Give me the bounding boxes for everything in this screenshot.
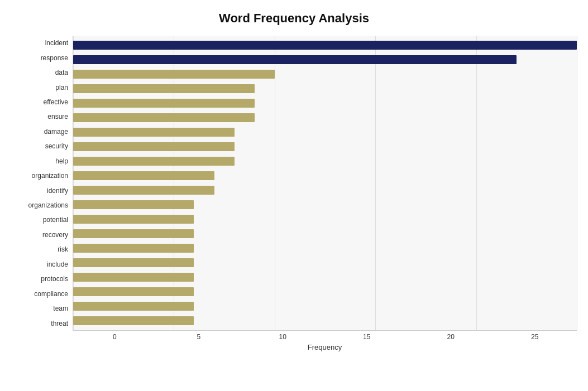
bar-row bbox=[73, 52, 577, 67]
bar-include bbox=[73, 258, 194, 267]
y-label-organization: organization bbox=[32, 172, 68, 179]
bar-protocols bbox=[73, 273, 194, 281]
bar-row bbox=[73, 67, 577, 81]
bar-row bbox=[73, 212, 577, 226]
chart-container: Word Frequency Analysis incidentresponse… bbox=[0, 0, 588, 391]
bar-compliance bbox=[73, 287, 194, 296]
bar-identify bbox=[73, 186, 214, 194]
chart-plot: incidentresponsedataplaneffectiveensured… bbox=[11, 36, 577, 331]
bar-risk bbox=[73, 244, 194, 252]
bar-team bbox=[73, 302, 194, 310]
bar-row bbox=[73, 96, 577, 110]
y-label-protocols: protocols bbox=[41, 276, 68, 282]
bar-row bbox=[73, 284, 577, 299]
y-label-data: data bbox=[55, 69, 68, 76]
bar-row bbox=[73, 168, 577, 183]
x-axis-labels: 0510152025 bbox=[73, 331, 577, 341]
bar-effective bbox=[73, 99, 255, 107]
y-label-risk: risk bbox=[58, 246, 68, 253]
bar-organizations bbox=[73, 200, 194, 209]
bar-row bbox=[73, 313, 577, 328]
x-tick-25: 25 bbox=[493, 333, 577, 341]
bar-row bbox=[73, 38, 577, 52]
bar-row bbox=[73, 197, 577, 212]
x-tick-20: 20 bbox=[409, 333, 493, 341]
y-label-security: security bbox=[45, 143, 68, 149]
bar-threat bbox=[73, 316, 194, 325]
x-axis-title: Frequency bbox=[73, 343, 577, 351]
bar-incident bbox=[73, 41, 577, 49]
y-label-help: help bbox=[55, 158, 68, 165]
bar-row bbox=[73, 299, 577, 313]
bar-row bbox=[73, 139, 577, 154]
x-tick-5: 5 bbox=[157, 333, 241, 341]
bar-row bbox=[73, 241, 577, 255]
y-label-team: team bbox=[53, 305, 68, 312]
chart-area: incidentresponsedataplaneffectiveensured… bbox=[11, 36, 577, 351]
bar-organization bbox=[73, 171, 214, 180]
y-label-include: include bbox=[47, 261, 68, 268]
y-label-identify: identify bbox=[47, 187, 68, 194]
bar-potential bbox=[73, 215, 194, 223]
bar-row bbox=[73, 110, 577, 125]
y-label-response: response bbox=[41, 55, 68, 61]
x-tick-0: 0 bbox=[73, 333, 157, 341]
bar-response bbox=[73, 55, 517, 64]
y-label-organizations: organizations bbox=[28, 202, 68, 209]
bar-ensure bbox=[73, 113, 255, 122]
y-label-plan: plan bbox=[55, 84, 68, 91]
bar-plan bbox=[73, 84, 255, 93]
bar-damage bbox=[73, 128, 235, 136]
x-tick-15: 15 bbox=[325, 333, 409, 341]
y-label-compliance: compliance bbox=[34, 291, 68, 297]
y-label-damage: damage bbox=[44, 128, 68, 135]
bar-row bbox=[73, 226, 577, 241]
bar-security bbox=[73, 142, 235, 151]
bar-row bbox=[73, 255, 577, 270]
grid-line bbox=[577, 36, 577, 330]
y-label-effective: effective bbox=[44, 99, 68, 105]
bar-row bbox=[73, 125, 577, 139]
y-label-ensure: ensure bbox=[47, 113, 68, 120]
y-label-threat: threat bbox=[51, 320, 68, 327]
y-label-potential: potential bbox=[43, 216, 68, 223]
y-labels: incidentresponsedataplaneffectiveensured… bbox=[11, 36, 73, 331]
bar-row bbox=[73, 154, 577, 168]
x-tick-10: 10 bbox=[241, 333, 325, 341]
y-label-recovery: recovery bbox=[42, 231, 68, 238]
bar-row bbox=[73, 183, 577, 197]
bar-row bbox=[73, 270, 577, 284]
y-label-incident: incident bbox=[45, 40, 68, 46]
bar-data bbox=[73, 70, 275, 78]
bar-row bbox=[73, 81, 577, 96]
bars-area bbox=[73, 36, 577, 331]
bars-inner bbox=[73, 36, 577, 330]
bar-recovery bbox=[73, 229, 194, 238]
chart-title: Word Frequency Analysis bbox=[11, 11, 577, 26]
bar-help bbox=[73, 157, 235, 165]
